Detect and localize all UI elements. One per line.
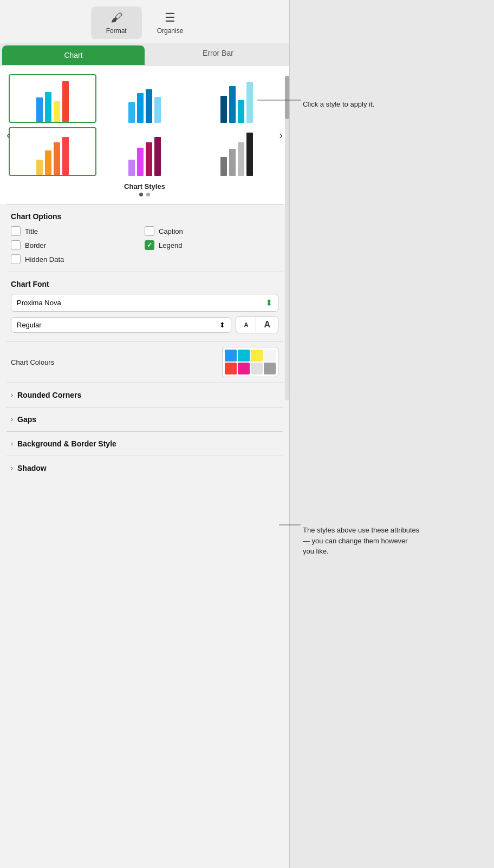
swatch-cell	[264, 363, 276, 374]
callout-1: Click a style to apply it.	[303, 100, 374, 108]
chart-styles-title: Chart Styles	[9, 182, 281, 190]
chart-colours-row: Chart Colours	[0, 341, 289, 383]
option-border-row: Border	[11, 240, 145, 250]
swatch-cell	[264, 350, 276, 361]
chart-options-grid: Title Caption Border Legend Hidden Data	[11, 226, 278, 264]
tab-error-bar[interactable]: Error Bar	[147, 43, 289, 65]
svg-rect-17	[137, 148, 144, 176]
chart-font-title: Chart Font	[11, 280, 278, 288]
prev-style-button[interactable]: ‹	[2, 127, 15, 143]
chevron-icon: ›	[11, 391, 13, 399]
scrollbar-thumb[interactable]	[285, 76, 289, 119]
dot-2	[146, 193, 150, 196]
font-style-spinner: ⬍	[219, 321, 225, 329]
font-name-select[interactable]: Proxima Nova ⬍	[11, 294, 278, 312]
svg-rect-10	[238, 100, 244, 123]
font-decrease-button[interactable]: A	[236, 317, 256, 333]
swatch-cell	[225, 350, 237, 361]
font-size-controls: A A	[236, 316, 278, 333]
svg-rect-2	[54, 101, 60, 122]
svg-rect-12	[36, 160, 43, 175]
svg-rect-11	[246, 82, 253, 123]
svg-rect-6	[146, 89, 152, 123]
svg-rect-16	[128, 160, 135, 176]
caption-checkbox[interactable]	[145, 226, 154, 236]
collapsible-row-3[interactable]: ›Shadow	[0, 456, 289, 480]
chevron-icon: ›	[11, 464, 13, 472]
chart-options-section: Chart Options Title Caption Border Legen…	[0, 205, 289, 272]
chart-style-item[interactable]	[9, 74, 96, 123]
option-title-row: Title	[11, 226, 145, 236]
border-label: Border	[25, 241, 46, 249]
font-name-row: Proxima Nova ⬍	[11, 294, 278, 312]
collapsible-row-2[interactable]: ›Background & Border Style	[0, 432, 289, 456]
collapsible-section-3: ›Shadow	[0, 456, 289, 480]
svg-rect-20	[220, 157, 227, 176]
collapsible-label: Background & Border Style	[17, 439, 116, 448]
next-style-button[interactable]: ›	[275, 127, 287, 143]
font-style-value: Regular	[17, 321, 42, 329]
chart-font-section: Chart Font Proxima Nova ⬍ Regular ⬍ A A	[0, 272, 289, 341]
svg-rect-23	[246, 133, 253, 176]
swatch-cell	[238, 350, 250, 361]
font-increase-button[interactable]: A	[256, 317, 278, 333]
svg-rect-13	[45, 150, 51, 175]
svg-rect-1	[45, 92, 51, 122]
option-caption-row: Caption	[145, 226, 278, 236]
svg-rect-3	[62, 81, 69, 122]
organise-button[interactable]: ☰ Organise	[142, 6, 199, 39]
format-label: Format	[106, 27, 127, 35]
pagination-dots	[9, 193, 281, 196]
chart-styles-label-area: Chart Styles	[9, 180, 281, 200]
title-checkbox[interactable]	[11, 226, 21, 236]
collapsible-section-2: ›Background & Border Style	[0, 432, 289, 456]
hidden-data-label: Hidden Data	[25, 255, 64, 264]
organise-label: Organise	[157, 27, 184, 35]
chart-options-title: Chart Options	[11, 212, 278, 221]
tab-bar: Chart Error Bar	[0, 43, 289, 65]
collapsible-label: Shadow	[17, 464, 47, 472]
chevron-icon: ›	[11, 440, 13, 448]
format-button[interactable]: 🖌 Format	[91, 6, 142, 39]
font-name-value: Proxima Nova	[17, 299, 61, 307]
font-name-spinner: ⬍	[265, 298, 272, 308]
svg-rect-15	[62, 137, 69, 175]
chart-style-item[interactable]	[101, 127, 188, 176]
swatch-cell	[251, 350, 263, 361]
collapsible-label: Rounded Corners	[17, 391, 81, 399]
hidden-data-checkbox[interactable]	[11, 254, 21, 264]
svg-rect-9	[229, 86, 236, 123]
svg-rect-7	[154, 97, 161, 123]
chart-style-item[interactable]	[193, 74, 281, 123]
svg-rect-5	[137, 93, 144, 123]
svg-rect-8	[220, 96, 227, 123]
chart-colours-swatch[interactable]	[222, 347, 278, 377]
legend-label: Legend	[159, 241, 182, 249]
svg-rect-4	[128, 102, 135, 123]
svg-rect-21	[229, 149, 236, 176]
chart-style-item[interactable]	[193, 127, 281, 176]
border-checkbox[interactable]	[11, 240, 21, 250]
annotations: Click a style to apply it. The styles ab…	[290, 0, 494, 868]
toolbar: 🖌 Format ☰ Organise	[0, 0, 289, 43]
organise-icon: ☰	[165, 11, 176, 25]
svg-rect-22	[238, 142, 244, 176]
font-style-row: Regular ⬍ A A	[11, 316, 278, 333]
font-style-select[interactable]: Regular ⬍	[11, 317, 231, 333]
collapsible-sections: ›Rounded Corners›Gaps›Background & Borde…	[0, 383, 289, 480]
chart-styles-area: ‹ › Chart Styles	[0, 65, 289, 204]
collapsible-row-1[interactable]: ›Gaps	[0, 407, 289, 431]
option-legend-row: Legend	[145, 240, 278, 250]
chevron-icon: ›	[11, 416, 13, 423]
chart-style-item[interactable]	[9, 127, 96, 176]
swatch-cell	[225, 363, 237, 374]
swatch-cell	[251, 363, 263, 374]
dot-1	[139, 193, 143, 196]
chart-style-item[interactable]	[101, 74, 188, 123]
collapsible-row-0[interactable]: ›Rounded Corners	[0, 383, 289, 407]
tab-chart[interactable]: Chart	[2, 45, 145, 65]
option-hidden-data-row: Hidden Data	[11, 254, 145, 264]
legend-checkbox[interactable]	[145, 240, 154, 250]
collapsible-section-1: ›Gaps	[0, 407, 289, 432]
scrollbar-track[interactable]	[285, 76, 289, 400]
